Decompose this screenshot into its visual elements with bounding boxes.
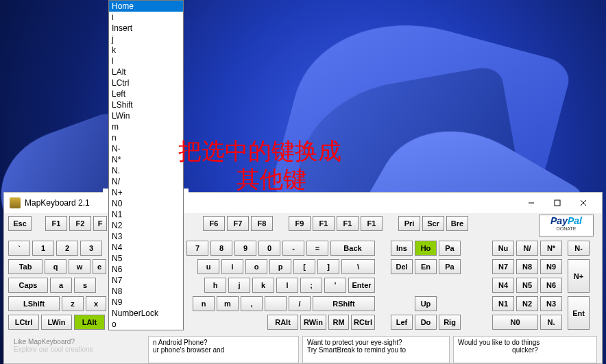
key-n[interactable]: n <box>193 296 215 311</box>
dropdown-item[interactable]: N4 <box>109 242 183 253</box>
dropdown-item[interactable]: k <box>109 45 183 56</box>
key-apostrophe[interactable]: ' <box>324 278 346 293</box>
key-rctrl[interactable]: RCtrl <box>351 315 375 330</box>
key-f8[interactable]: F8 <box>251 216 273 231</box>
key-2[interactable]: 2 <box>56 241 78 256</box>
key-lshift[interactable]: LShift <box>8 296 60 311</box>
key-numpad-5[interactable]: N5 <box>516 278 538 293</box>
key-m[interactable]: m <box>217 296 239 311</box>
key-numpad-0[interactable]: N0 <box>492 315 538 330</box>
key-left[interactable]: Lef <box>391 315 413 330</box>
dropdown-item[interactable]: m <box>109 121 183 132</box>
key-numpad-7[interactable]: N7 <box>492 259 514 274</box>
maximize-button[interactable] <box>544 193 570 213</box>
key-equals[interactable]: = <box>306 241 328 256</box>
key-j[interactable]: j <box>228 278 250 293</box>
dropdown-item[interactable]: N0 <box>109 198 183 209</box>
key-scrolllock[interactable]: Scr <box>422 216 444 231</box>
key-3[interactable]: 3 <box>80 241 102 256</box>
key-z[interactable]: z <box>62 296 84 311</box>
key-numpad-1[interactable]: N1 <box>492 296 514 311</box>
key-f12[interactable]: F1 <box>361 216 383 231</box>
key-f10[interactable]: F1 <box>313 216 335 231</box>
dropdown-item[interactable]: N6 <box>109 264 183 275</box>
key-pageup[interactable]: Pa <box>439 241 461 256</box>
dropdown-item[interactable]: Home <box>109 1 183 12</box>
key-1[interactable]: 1 <box>32 241 54 256</box>
dropdown-item[interactable]: o <box>109 319 183 330</box>
key-p[interactable]: p <box>269 259 291 274</box>
dropdown-item[interactable]: N* <box>109 154 183 165</box>
key-printscreen[interactable]: Pri <box>398 216 420 231</box>
key-numpad-6[interactable]: N6 <box>540 278 562 293</box>
key-a[interactable]: a <box>50 278 72 293</box>
dropdown-item[interactable]: N8 <box>109 286 183 297</box>
key-minus[interactable]: - <box>282 241 304 256</box>
key-numpad-slash[interactable]: N/ <box>516 241 538 256</box>
dropdown-item[interactable]: Left <box>109 88 183 99</box>
dropdown-item[interactable]: N5 <box>109 253 183 264</box>
key-enter[interactable]: Enter <box>348 278 375 293</box>
key-w[interactable]: w <box>69 259 90 274</box>
key-f6[interactable]: F6 <box>203 216 225 231</box>
key-x[interactable]: x <box>86 296 106 311</box>
key-f1[interactable]: F1 <box>45 216 67 231</box>
key-backslash[interactable]: \ <box>341 259 375 274</box>
key-h[interactable]: h <box>204 278 226 293</box>
key-rshift[interactable]: RShift <box>313 296 375 311</box>
dropdown-item[interactable]: LCtrl <box>109 77 183 88</box>
dropdown-item[interactable]: LShift <box>109 99 183 110</box>
promo-eyesight[interactable]: Want to protect your eye-sight? Try Smar… <box>302 336 450 363</box>
dropdown-item[interactable]: j <box>109 34 183 45</box>
key-home[interactable]: Ho <box>415 241 437 256</box>
key-backspace[interactable]: Back <box>330 241 375 256</box>
key-tab[interactable]: Tab <box>8 259 43 274</box>
dropdown-item[interactable]: N3 <box>109 231 183 242</box>
dropdown-item[interactable]: N9 <box>109 297 183 308</box>
key-numpad-2[interactable]: N2 <box>516 296 538 311</box>
key-f7[interactable]: F7 <box>227 216 249 231</box>
key-i[interactable]: i <box>221 259 243 274</box>
key-rbracket[interactable]: ] <box>317 259 339 274</box>
key-remap-dropdown[interactable]: HomeiInsertjklLAltLCtrlLeftLShiftLWinmnN… <box>108 0 184 330</box>
key-numpad-enter[interactable]: Ent <box>568 296 590 330</box>
key-numpad-star[interactable]: N* <box>540 241 562 256</box>
key-numpad-4[interactable]: N4 <box>492 278 514 293</box>
key-down[interactable]: Do <box>415 315 437 330</box>
dropdown-item[interactable]: N2 <box>109 220 183 231</box>
key-end[interactable]: En <box>415 259 437 274</box>
dropdown-item[interactable]: LAlt <box>109 66 183 77</box>
key-numpad-minus[interactable]: N- <box>568 241 590 256</box>
paypal-donate-button[interactable]: PayPal DONATE <box>539 215 594 236</box>
key-menu[interactable]: RM <box>328 315 349 330</box>
key-capslock[interactable]: Caps <box>8 278 48 293</box>
key-e[interactable]: e <box>93 259 106 274</box>
key-right[interactable]: Rig <box>439 315 461 330</box>
dropdown-item[interactable]: l <box>109 56 183 66</box>
minimize-button[interactable] <box>518 193 544 213</box>
key-o[interactable]: o <box>245 259 267 274</box>
key-numpad-8[interactable]: N8 <box>516 259 538 274</box>
key-backtick[interactable]: ` <box>8 241 30 256</box>
key-numpad-plus[interactable]: N+ <box>568 259 590 293</box>
key-period[interactable] <box>265 296 287 311</box>
key-lwin[interactable]: LWin <box>41 315 72 330</box>
dropdown-item[interactable]: N1 <box>109 209 183 220</box>
key-rwin[interactable]: RWin <box>300 315 326 330</box>
key-pagedown[interactable]: Pa <box>439 259 461 274</box>
dropdown-item[interactable]: n <box>109 132 183 143</box>
key-esc[interactable]: Esc <box>8 216 32 231</box>
key-f2[interactable]: F2 <box>69 216 91 231</box>
promo-android[interactable]: n Android Phone? ur phone's browser and <box>148 336 299 363</box>
key-numpad-3[interactable]: N3 <box>540 296 562 311</box>
key-insert[interactable]: Ins <box>391 241 413 256</box>
key-f11[interactable]: F1 <box>337 216 359 231</box>
key-semicolon[interactable]: ; <box>300 278 322 293</box>
key-9[interactable]: 9 <box>234 241 256 256</box>
dropdown-item[interactable]: N- <box>109 143 183 154</box>
key-numlock[interactable]: Nu <box>492 241 514 256</box>
close-button[interactable] <box>570 193 596 213</box>
key-comma[interactable]: , <box>241 296 263 311</box>
key-delete[interactable]: Del <box>391 259 413 274</box>
key-0[interactable]: 0 <box>258 241 280 256</box>
